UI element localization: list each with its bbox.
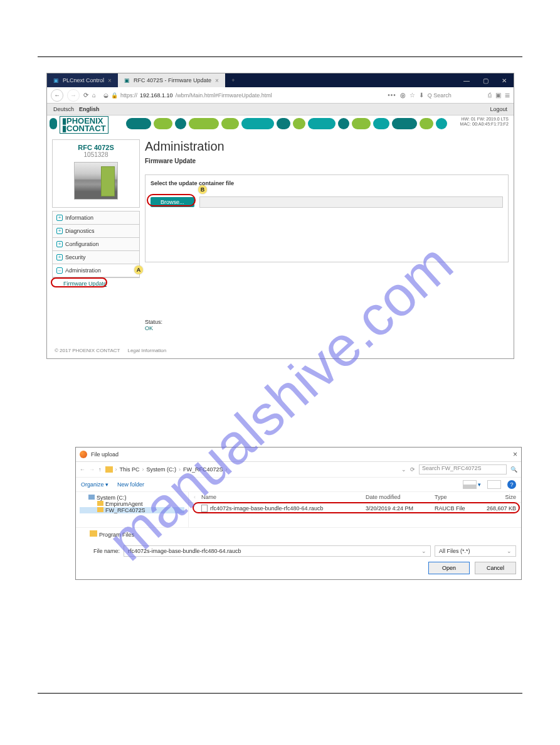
bottom-rule: [38, 693, 522, 694]
actions-icon[interactable]: •••: [388, 92, 396, 99]
dialog-nav: ← → ↑ › This PC › System (C:) › FW_RFC40…: [76, 462, 521, 478]
reader-icon[interactable]: ◎: [400, 92, 406, 99]
file-row[interactable]: rfc4072s-image-base-bundle-rfc480-64.rau…: [189, 503, 521, 514]
folder-icon: [97, 501, 103, 506]
status-label: Status:: [145, 319, 509, 325]
view-options[interactable]: ▾: [463, 480, 481, 489]
close-window-button[interactable]: ✕: [495, 73, 514, 87]
back-button[interactable]: ←: [51, 89, 63, 102]
open-button[interactable]: Open: [428, 562, 470, 574]
nav-security[interactable]: +Security: [52, 250, 140, 264]
forward-button[interactable]: →: [67, 89, 80, 102]
phoenix-logo: ▮PHOENIX▮CONTACT: [60, 116, 108, 133]
maximize-button[interactable]: ▢: [476, 73, 495, 87]
col-date[interactable]: Date modified: [366, 494, 435, 500]
new-tab-button[interactable]: +: [225, 73, 241, 87]
nav-list: +Information +Diagnostics +Configuration…: [52, 211, 140, 289]
close-icon[interactable]: ×: [215, 77, 219, 84]
tab-icon: ▣: [124, 77, 130, 83]
logout-link[interactable]: Logout: [490, 106, 507, 112]
legal-link[interactable]: Legal Information: [127, 348, 166, 353]
menu-icon[interactable]: ≡: [505, 90, 510, 100]
footer: © 2017 PHOENIX CONTACT Legal Information: [47, 344, 514, 358]
lock-icon: 🔒: [111, 92, 118, 99]
lang-de[interactable]: Deutsch: [53, 106, 74, 112]
library-icon[interactable]: ⎙: [488, 92, 492, 99]
home-button[interactable]: ⌂: [92, 92, 96, 99]
dialog-titlebar: File upload ×: [76, 448, 521, 462]
search-box[interactable]: Q Search: [428, 92, 484, 99]
new-folder-button[interactable]: New folder: [117, 481, 144, 488]
tree-empirum[interactable]: EmpirumAgent: [80, 501, 184, 507]
lang-en[interactable]: English: [79, 106, 100, 112]
tree-fw[interactable]: FW_RFC4072S: [80, 507, 184, 513]
nav-diagnostics[interactable]: +Diagnostics: [52, 224, 140, 238]
refresh-button[interactable]: ⟳: [410, 466, 415, 473]
top-rule: [38, 56, 522, 57]
filetype-select[interactable]: All Files (*.*)⌄: [435, 545, 516, 557]
help-button[interactable]: ?: [507, 480, 516, 489]
tab-bar: ▣ PLCnext Control × ▣ RFC 4072S - Firmwa…: [47, 73, 514, 87]
filename-label: File name:: [81, 548, 120, 554]
url-path: /wbm/Main.html#FirmwareUpdate.html: [176, 92, 272, 99]
update-panel: Select the update container file Browse.…: [145, 174, 509, 262]
bc-thispc[interactable]: This PC: [120, 466, 140, 473]
program-files-row[interactable]: Program Files: [76, 527, 521, 540]
dialog-search[interactable]: Search FW_RFC4072S: [419, 464, 507, 474]
up-button[interactable]: ↑: [98, 466, 102, 473]
file-list: ‹ Name Date modified Type Size rfc4072s-…: [189, 492, 521, 527]
search-prefix: Q: [428, 92, 432, 99]
organize-menu[interactable]: Organize ▾: [81, 481, 108, 488]
decorative-blobs: [47, 115, 514, 132]
bc-fw[interactable]: FW_RFC4072S: [183, 466, 223, 473]
download-icon[interactable]: ⬇: [419, 92, 424, 99]
breadcrumb[interactable]: › This PC › System (C:) › FW_RFC4072S ›: [105, 466, 398, 473]
shield-icon: ◒: [103, 92, 108, 99]
back-button[interactable]: ←: [80, 466, 85, 473]
device-name: RFC 4072S: [55, 144, 137, 151]
close-button[interactable]: ×: [513, 450, 517, 459]
cancel-button[interactable]: Cancel: [475, 562, 516, 574]
plus-icon: +: [56, 215, 63, 221]
minimize-button[interactable]: —: [457, 73, 476, 87]
nav-label: Information: [65, 215, 93, 221]
sidebar-icon[interactable]: ▣: [495, 92, 501, 99]
browser-window: ▣ PLCnext Control × ▣ RFC 4072S - Firmwa…: [46, 73, 514, 359]
language-bar: Deutsch English Logout: [47, 104, 514, 115]
tab-label: RFC 4072S - Firmware Update: [134, 77, 211, 83]
close-icon[interactable]: ×: [108, 77, 112, 84]
file-name: rfc4072s-image-base-bundle-rfc480-64.rau…: [210, 505, 324, 512]
chevron-icon: ‹: [194, 494, 201, 500]
nav-configuration[interactable]: +Configuration: [52, 237, 140, 251]
nav-administration[interactable]: –Administration A: [52, 264, 140, 277]
col-name[interactable]: Name: [201, 494, 366, 500]
reload-button[interactable]: ⟳: [83, 92, 88, 99]
file-path-display: [199, 196, 503, 208]
nav-information[interactable]: +Information: [52, 211, 140, 225]
preview-pane[interactable]: [487, 480, 501, 489]
url-host: 192.168.1.10: [140, 92, 173, 99]
col-size[interactable]: Size: [478, 494, 516, 500]
bc-sysc[interactable]: System (C:): [147, 466, 177, 473]
filename-input[interactable]: rfc4072s-image-base-bundle-rfc480-64.rau…: [124, 545, 431, 557]
plus-icon: +: [56, 254, 63, 260]
browse-button[interactable]: Browse...: [151, 197, 194, 207]
file-list-header: ‹ Name Date modified Type Size: [189, 492, 521, 503]
url-box[interactable]: ◒ 🔒 https://192.168.1.10/wbm/Main.html#F…: [100, 92, 384, 99]
bookmark-icon[interactable]: ☆: [409, 92, 415, 99]
url-https: https://: [120, 92, 137, 99]
main-row: RFC 4072S 1051328 +Information +Diagnost…: [47, 134, 514, 344]
copyright: © 2017 PHOENIX CONTACT: [55, 348, 120, 353]
forward-button[interactable]: →: [89, 466, 95, 473]
tab-plcnext[interactable]: ▣ PLCnext Control ×: [47, 73, 118, 87]
nav-firmware-update[interactable]: Firmware Update: [52, 277, 140, 289]
col-type[interactable]: Type: [435, 494, 478, 500]
tab-rfc[interactable]: ▣ RFC 4072S - Firmware Update ×: [118, 73, 225, 87]
tree-system[interactable]: System (C:): [80, 495, 184, 501]
search-icon[interactable]: 🔍: [510, 466, 517, 473]
hw-line1: HW: 01 FW: 2019.0 LTS: [460, 117, 509, 122]
file-type: RAUCB File: [435, 505, 478, 512]
device-image: [74, 162, 118, 200]
folder-icon: [97, 507, 103, 512]
plus-icon: +: [56, 228, 63, 234]
